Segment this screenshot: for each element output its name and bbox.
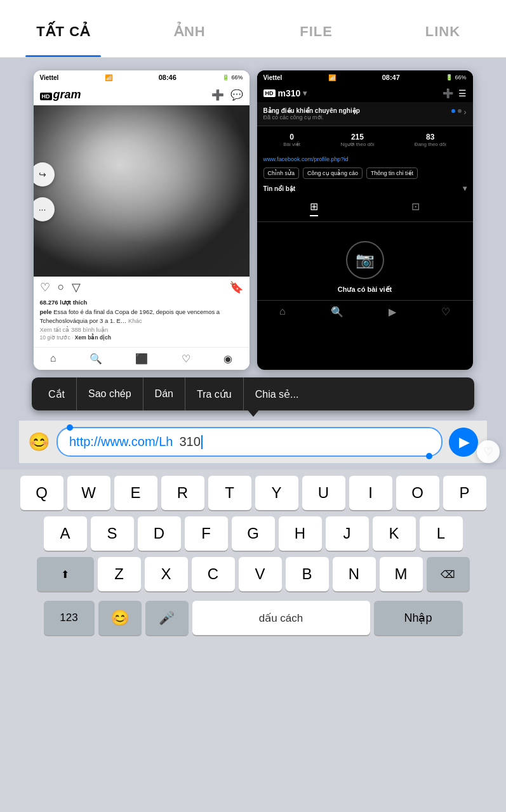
dot-1 [451, 109, 455, 113]
keyboard-row-1: Q W E R T Y U I O P [3, 476, 503, 510]
key-w[interactable]: W [67, 476, 110, 510]
add-icon-1: ➕ [211, 89, 224, 101]
key-t[interactable]: T [208, 476, 251, 510]
info-btn[interactable]: Thông tin chi tiết [366, 167, 418, 179]
heart-overlay[interactable]: ♡ [477, 440, 500, 463]
keyboard-row-3: ⬆ Z X C V B N M ⌫ [3, 557, 503, 591]
cut-button[interactable]: Cắt [37, 377, 77, 410]
edit-btn[interactable]: Chỉnh sửa [263, 167, 300, 179]
main-content: Viettel 📶 08:46 🔋 66% HDgram ➕ 💬 [0, 58, 506, 469]
key-r[interactable]: R [161, 476, 204, 510]
carrier-2: Viettel [263, 74, 283, 81]
promo-sub: Đã có các công cụ mới. [263, 114, 467, 121]
sc2-header-icons: ➕ ☰ [443, 88, 467, 98]
key-i[interactable]: I [349, 476, 392, 510]
key-b[interactable]: B [286, 557, 329, 591]
menu-icon-2[interactable]: ☰ [458, 88, 467, 98]
lookup-button[interactable]: Tra cứu [185, 377, 244, 410]
battery-icon-2: 🔋 [446, 74, 453, 81]
profile-nav-icon[interactable]: ◉ [223, 353, 232, 365]
emoji-keyboard-key[interactable]: 😊 [98, 601, 142, 635]
like-icon[interactable]: ♡ [40, 280, 50, 294]
key-n[interactable]: N [333, 557, 376, 591]
reels-nav-icon[interactable]: ⬛ [135, 353, 148, 365]
comment-icon[interactable]: ○ [58, 280, 65, 294]
key-g[interactable]: G [232, 516, 275, 551]
emoji-button[interactable]: 😊 [28, 431, 50, 452]
keyboard-row-2: A S D F G H J K L [3, 516, 503, 551]
wifi-icon-1: 📶 [105, 74, 112, 81]
see-more-link[interactable]: Khác [128, 317, 142, 324]
search-nav-icon-2[interactable]: 🔍 [331, 306, 343, 318]
add-icon-2[interactable]: ➕ [443, 88, 453, 98]
carrier-1: Viettel [40, 74, 59, 81]
send-icon: ▶ [459, 434, 470, 450]
tab-links-label: LINK [425, 23, 460, 40]
key-f[interactable]: F [185, 516, 228, 551]
bookmark-icon[interactable]: 🔖 [229, 280, 243, 294]
ads-btn[interactable]: Công cụ quảng cáo [303, 167, 363, 179]
tag-view-icon[interactable]: ⊡ [411, 200, 420, 216]
status-icons-2: 🔋 66% [446, 74, 466, 81]
battery-pct-2: 66% [455, 74, 466, 81]
num-key[interactable]: 123 [44, 601, 95, 635]
heart-nav-icon[interactable]: ♡ [182, 353, 190, 365]
key-k[interactable]: K [373, 516, 416, 551]
key-z[interactable]: Z [98, 557, 141, 591]
key-c[interactable]: C [192, 557, 235, 591]
sc2-nav: ⌂ 🔍 ▶ ♡ [257, 300, 473, 323]
key-x[interactable]: X [145, 557, 188, 591]
key-y[interactable]: Y [255, 476, 298, 510]
key-v[interactable]: V [239, 557, 282, 591]
battery-pct-1: 66% [231, 74, 243, 81]
sc2-profile-link[interactable]: www.facebook.com/profile.php?id [257, 154, 473, 165]
sc1-actions: ♡ ○ ▽ 🔖 [34, 277, 250, 297]
key-s[interactable]: S [91, 516, 134, 551]
tab-links[interactable]: LINK [380, 0, 506, 57]
key-a[interactable]: A [44, 516, 87, 551]
paste-button[interactable]: Dán [143, 377, 185, 410]
stat-followers-label: Người theo dõi [341, 141, 375, 147]
grid-view-icon[interactable]: ⊞ [310, 200, 318, 216]
key-e[interactable]: E [114, 476, 157, 510]
key-o[interactable]: O [396, 476, 439, 510]
shift-key[interactable]: ⬆ [37, 557, 94, 591]
key-p[interactable]: P [443, 476, 486, 510]
send-button[interactable]: ▶ [449, 428, 478, 457]
sc1-header-icons: ➕ 💬 [211, 89, 243, 101]
key-q[interactable]: Q [20, 476, 63, 510]
key-u[interactable]: U [302, 476, 345, 510]
arrow-icon: › [464, 108, 467, 117]
space-key[interactable]: dấu cách [192, 601, 370, 635]
key-l[interactable]: L [420, 516, 463, 551]
share-button[interactable]: Chia sẻ... [244, 377, 310, 410]
screenshots-row: Viettel 📶 08:46 🔋 66% HDgram ➕ 💬 [19, 70, 487, 370]
stat-followers-value: 215 [341, 133, 375, 141]
mic-key[interactable]: 🎤 [145, 601, 189, 635]
tab-files[interactable]: FILE [253, 0, 380, 57]
screenshot-card-2: Viettel 📶 08:47 🔋 66% HD m310 ▾ ➕ ☰ [257, 70, 473, 370]
camera-circle: 📷 [346, 241, 384, 279]
translate-link[interactable]: Xem bản dịch [75, 334, 111, 341]
sc2-buttons: Chỉnh sửa Công cụ quảng cáo Thông tin ch… [257, 165, 473, 181]
input-suffix: 310 [179, 435, 200, 449]
copy-button[interactable]: Sao chép [77, 377, 143, 410]
delete-key[interactable]: ⌫ [427, 557, 470, 591]
home-nav-icon-2[interactable]: ⌂ [279, 306, 286, 318]
reels-nav-icon-2[interactable]: ▶ [389, 306, 396, 318]
key-d[interactable]: D [138, 516, 181, 551]
post-action-icons: ♡ ○ ▽ [40, 280, 81, 294]
keyboard: Q W E R T Y U I O P A S D F G H J K L ⬆ … [0, 469, 506, 651]
share-post-icon[interactable]: ▽ [72, 280, 81, 294]
tab-photos[interactable]: ẢNH [126, 0, 253, 57]
key-h[interactable]: H [279, 516, 322, 551]
heart-nav-icon-2[interactable]: ♡ [441, 306, 450, 318]
input-field[interactable]: http://www.com/Lh 310 [57, 427, 443, 457]
tab-all[interactable]: TẤT CẢ [0, 0, 126, 57]
home-nav-icon[interactable]: ⌂ [50, 353, 57, 365]
comments-link[interactable]: Xem tất cả 388 bình luận [40, 325, 243, 334]
search-nav-icon[interactable]: 🔍 [90, 353, 102, 365]
key-m[interactable]: M [380, 557, 423, 591]
key-j[interactable]: J [326, 516, 369, 551]
return-key[interactable]: Nhập [374, 601, 463, 635]
